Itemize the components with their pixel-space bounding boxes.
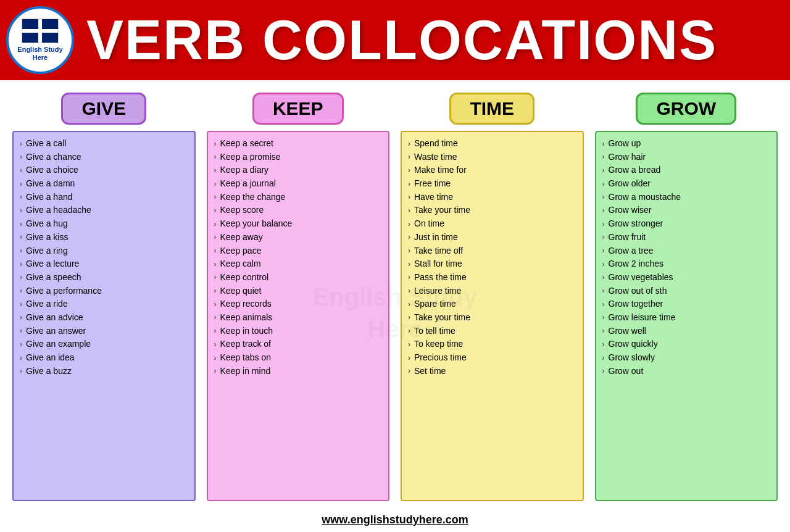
list-item-text: Make time for [414,164,467,177]
bullet-icon: › [214,259,217,270]
list-item: ›Grow leisure time [602,311,771,325]
list-item: ›Precious time [408,351,576,365]
list-item-text: Precious time [414,351,467,365]
bullet-icon: › [408,272,410,283]
logo-text: English Study Here [17,46,62,62]
list-item: ›Give a call [20,137,188,151]
list-item: ›Give an idea [20,351,188,365]
list-item-text: Free time [414,177,451,191]
bullet-icon: › [214,231,217,243]
list-item: ›Keep track of [214,338,383,351]
list-item: ›Grow a tree [602,244,771,258]
bullet-icon: › [602,352,605,364]
bullet-icon: › [408,299,410,310]
list-item-text: Grow quickly [609,338,658,351]
list-item-text: Grow a tree [609,244,654,258]
page-title: VERB COLLOCATIONS [86,12,717,68]
list-item: ›Grow older [602,177,771,191]
bullet-icon: › [602,191,605,203]
list-item-text: Keep the change [220,191,286,204]
list-item: ›Give a headache [20,204,188,217]
bullet-icon: › [20,245,22,257]
header-bar: English Study Here VERB COLLOCATIONS [0,0,790,80]
list-item-text: Keep records [220,297,272,311]
bullet-icon: › [602,178,605,190]
list-item: ›Keep in mind [214,365,383,378]
list-item: ›Keep quiet [214,285,383,298]
list-item: ›Give a buzz [20,365,188,378]
list-item-text: Give a buzz [26,365,72,378]
list-item: ›Stall for time [408,257,576,271]
list-item-text: Give a damn [26,177,75,191]
list-item-text: Leisure time [414,285,461,298]
list-item-text: On time [414,217,444,231]
list-item-text: Give an example [26,338,91,351]
list-item-text: Grow together [609,297,663,311]
list-item-text: To keep time [414,338,463,351]
list-item-text: Grow a bread [609,164,661,177]
list-item: ›Grow a bread [602,164,771,177]
list-item: ›Keep the change [214,191,383,204]
list-item-text: Grow well [609,325,646,338]
list-item-text: Keep score [220,204,264,217]
list-item: ›Grow well [602,325,771,338]
list-item-text: Give an idea [26,351,75,365]
bullet-icon: › [602,339,605,351]
list-item-text: Take your time [414,311,470,325]
list-item-text: Have time [414,191,453,204]
list-item-text: Give a kiss [26,231,68,244]
list-item-text: Give a hand [26,191,73,204]
bullet-icon: › [602,138,605,150]
bullet-icon: › [20,218,22,230]
list-item-text: Give a call [26,137,66,151]
list-item: ›Give a kiss [20,231,188,244]
list-item-text: To tell time [414,325,455,338]
bullet-icon: › [602,299,605,310]
footer-url: www.englishstudyhere.com [322,513,468,526]
bullet-icon: › [214,365,217,377]
list-item: ›Keep a secret [214,137,383,151]
list-item: ›Give a lecture [20,257,188,271]
list-item-text: Keep tabs on [220,351,272,365]
list-item-text: Keep track of [220,338,272,351]
list-item: ›Take time off [408,244,576,258]
list-item: ›Grow together [602,297,771,311]
list-item: ›Keep pace [214,244,383,258]
list-item-text: Give a performance [26,285,102,298]
list-item-text: Keep calm [220,257,261,271]
list-item: ›Grow wiser [602,204,771,217]
list-item-text: Spare time [414,297,456,311]
list-item-text: Take your time [414,204,470,217]
bullet-icon: › [408,138,410,150]
list-item: ›Keep a journal [214,177,383,191]
bullet-icon: › [602,325,605,337]
list-item: ›Keep in touch [214,325,383,338]
flag-icon [22,19,59,43]
bullet-icon: › [214,272,217,283]
list-item: ›Grow out [602,365,771,378]
list-item: ›To keep time [408,338,576,351]
bullet-icon: › [214,138,217,150]
bullet-icon: › [214,191,217,203]
list-item: ›Keep score [214,204,383,217]
grow-header: GROW [636,93,736,125]
bullet-icon: › [408,339,410,351]
bullet-icon: › [408,352,410,364]
list-item-text: Give a ring [26,244,68,258]
keep-header: KEEP [252,93,344,125]
list-item: ›Grow stronger [602,217,771,231]
list-item: ›Keep records [214,297,383,311]
bullet-icon: › [408,245,410,257]
bullet-icon: › [408,312,410,323]
column-keep: KEEP›Keep a secret›Keep a promise›Keep a… [207,93,390,501]
list-item: ›Grow fruit [602,231,771,244]
list-item-text: Give a speech [26,271,81,285]
list-item: ›Set time [408,365,576,378]
bullet-icon: › [408,151,410,163]
list-item: ›Keep calm [214,257,383,271]
bullet-icon: › [20,339,22,351]
list-item: ›Pass the time [408,271,576,285]
bullet-icon: › [214,299,217,310]
bullet-icon: › [20,259,22,270]
bullet-icon: › [602,151,605,163]
